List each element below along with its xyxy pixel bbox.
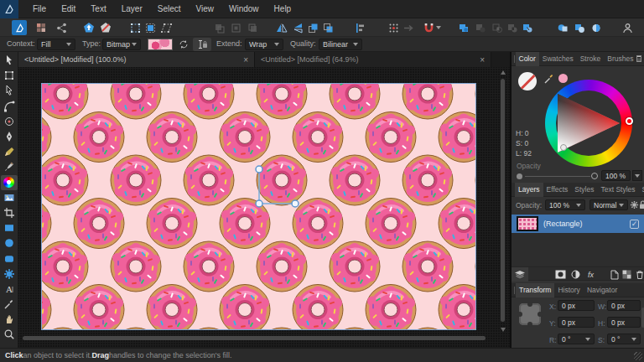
- y-field[interactable]: 0 px: [558, 317, 595, 328]
- boolean-add-icon[interactable]: [456, 20, 471, 35]
- tool-rounded-rectangle[interactable]: [1, 251, 18, 266]
- tool-rectangle[interactable]: [1, 220, 18, 235]
- horizontal-scrollbar[interactable]: [21, 335, 496, 341]
- tool-ellipse[interactable]: [1, 235, 18, 251]
- marquee-skew-icon[interactable]: [158, 20, 174, 35]
- rotate-fill-icon[interactable]: [176, 38, 191, 51]
- opacity-slider-start[interactable]: [517, 173, 522, 179]
- opacity-slider-track[interactable]: [525, 176, 590, 177]
- move-by-whole-pixels-icon[interactable]: [401, 20, 416, 35]
- vertical-scrollbar-thumb[interactable]: [501, 79, 505, 322]
- tab-stock[interactable]: Stock: [639, 183, 644, 197]
- panel-drag-handle[interactable]: [514, 287, 515, 294]
- tool-pen[interactable]: [1, 129, 18, 144]
- tab-transform[interactable]: Transform: [516, 283, 554, 297]
- adjustment-layer-icon[interactable]: [570, 269, 581, 280]
- opacity-value-box[interactable]: 100 %: [601, 170, 631, 181]
- boolean-intersect-icon[interactable]: [490, 20, 505, 35]
- bitmap-fill-swatch[interactable]: [148, 39, 173, 50]
- s-field[interactable]: 0 °: [607, 334, 641, 344]
- blend-options-gear-icon[interactable]: [630, 200, 639, 209]
- tool-artistic-text[interactable]: A: [1, 282, 18, 297]
- tab-stroke[interactable]: Stroke: [577, 52, 605, 66]
- document-tab-active[interactable]: <Untitled> [Modified] (100.0%) ×: [18, 52, 255, 67]
- picked-color-swatch[interactable]: [558, 74, 568, 83]
- tool-artboard[interactable]: [1, 68, 18, 83]
- circle-square-overlap-2-icon[interactable]: [572, 20, 587, 35]
- tool-vector-crop[interactable]: [1, 205, 18, 220]
- designer-persona-button[interactable]: [12, 20, 27, 35]
- account-icon[interactable]: [620, 20, 635, 35]
- no-fill-swatch[interactable]: [518, 72, 537, 90]
- close-icon[interactable]: ×: [243, 56, 248, 64]
- menu-select[interactable]: Select: [150, 0, 189, 18]
- lock-aspect-icon[interactable]: [193, 38, 211, 51]
- vertical-scrollbar[interactable]: [500, 69, 506, 334]
- pixel-persona-button[interactable]: [34, 20, 49, 35]
- document-page[interactable]: [42, 84, 475, 329]
- menu-edit[interactable]: Edit: [54, 0, 83, 18]
- scroll-up-icon[interactable]: [501, 70, 506, 75]
- mask-layer-icon[interactable]: [555, 269, 566, 280]
- extend-select[interactable]: Wrap: [245, 39, 283, 50]
- layers-list-empty-area[interactable]: [512, 233, 644, 266]
- tab-navigator[interactable]: Navigator: [584, 283, 621, 297]
- tool-pencil[interactable]: [1, 144, 18, 159]
- layer-visibility-checkbox[interactable]: ✓: [630, 220, 639, 229]
- type-select[interactable]: Bitmap: [102, 39, 141, 50]
- tab-effects[interactable]: Effects: [543, 183, 572, 197]
- menu-view[interactable]: View: [189, 0, 222, 18]
- marquee-solid-icon[interactable]: [143, 20, 158, 35]
- pentagon-slash-icon[interactable]: [98, 20, 113, 35]
- quality-select[interactable]: Bilinear: [319, 39, 362, 50]
- color-picker-icon[interactable]: [543, 73, 555, 85]
- hue-selector[interactable]: [626, 117, 633, 125]
- menu-window[interactable]: Window: [221, 0, 267, 18]
- circle-square-overlap-1-icon[interactable]: [555, 20, 570, 35]
- h-field[interactable]: 0 px: [607, 317, 641, 328]
- blend-mode-select[interactable]: Normal: [589, 199, 628, 210]
- flip-vertical-icon[interactable]: [291, 20, 306, 35]
- opacity-dropdown[interactable]: [632, 170, 642, 181]
- send-backward-icon[interactable]: [320, 20, 335, 35]
- x-field[interactable]: 0 px: [558, 300, 595, 311]
- new-layer-icon[interactable]: [609, 269, 620, 280]
- document-tab-inactive[interactable]: <Untitled> [Modified] (64.9%) ×: [255, 52, 491, 67]
- horizontal-scrollbar-thumb[interactable]: [23, 336, 486, 340]
- pentagon-arrow-icon[interactable]: [81, 20, 96, 35]
- boolean-divide-icon[interactable]: [520, 20, 535, 35]
- tab-text-styles[interactable]: Text Styles: [598, 183, 639, 197]
- opacity-slider-thumb[interactable]: [591, 173, 598, 179]
- boolean-subtract-icon[interactable]: [473, 20, 488, 35]
- layers-stack-icon[interactable]: [512, 267, 528, 282]
- menu-layer[interactable]: Layer: [114, 0, 150, 18]
- resize-grip[interactable]: [634, 352, 642, 360]
- new-pixel-layer-icon[interactable]: [621, 269, 632, 280]
- bring-forward-icon[interactable]: [305, 20, 320, 35]
- insert-on-top-icon[interactable]: [245, 20, 260, 35]
- w-field[interactable]: 0 px: [607, 300, 641, 311]
- insert-inside-icon[interactable]: [228, 20, 243, 35]
- scroll-down-icon[interactable]: [501, 328, 506, 332]
- tool-place-image[interactable]: [1, 190, 18, 205]
- r-field[interactable]: 0 °: [558, 334, 595, 344]
- tab-styles[interactable]: Styles: [571, 183, 597, 197]
- menu-file[interactable]: File: [25, 0, 54, 18]
- tool-point-transform[interactable]: [1, 114, 18, 129]
- tool-fill[interactable]: [1, 175, 18, 190]
- tool-cog-shape[interactable]: [1, 266, 18, 282]
- marquee-dots-icon[interactable]: [127, 20, 143, 35]
- tool-color-picker[interactable]: [1, 297, 18, 312]
- tool-move[interactable]: [1, 53, 18, 68]
- panel-drag-handle[interactable]: [514, 55, 515, 63]
- lock-icon[interactable]: [639, 200, 644, 209]
- snapping-magnet-icon[interactable]: [421, 20, 443, 35]
- canvas-viewport[interactable]: [18, 67, 510, 348]
- delete-layer-trash-icon[interactable]: [634, 269, 644, 280]
- boolean-xor-icon[interactable]: [505, 20, 520, 35]
- layer-row-rectangle[interactable]: (Rectangle) ✓: [512, 215, 644, 233]
- menu-text[interactable]: Text: [83, 0, 113, 18]
- export-persona-button[interactable]: [54, 20, 69, 35]
- tab-brushes[interactable]: Brushes: [604, 52, 636, 66]
- tool-view-hand[interactable]: [1, 312, 18, 327]
